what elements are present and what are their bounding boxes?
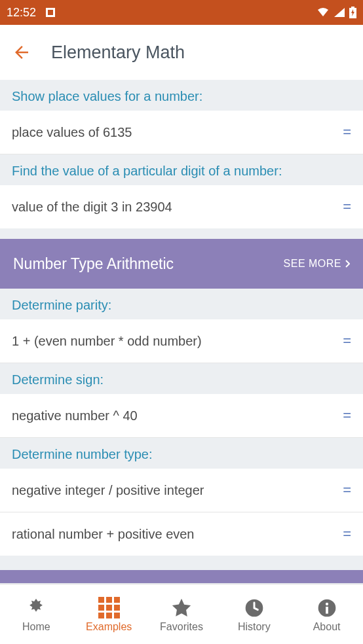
see-more-label: SEE MORE (284, 258, 341, 270)
svg-rect-7 (326, 607, 328, 614)
equals-icon: = (343, 198, 351, 215)
nav-label: History (238, 621, 271, 633)
nav-about[interactable]: About (290, 584, 363, 644)
equals-icon: = (343, 407, 351, 424)
info-icon (316, 596, 337, 620)
row-sign[interactable]: negative number ^ 40 = (0, 394, 363, 438)
status-time: 12:52 (7, 6, 36, 20)
wifi-icon (316, 7, 330, 18)
star-icon (170, 596, 193, 620)
content-area[interactable]: Show place values for a number: place va… (0, 80, 363, 584)
section-header-arithmetic[interactable]: Number Type Arithmetic SEE MORE (0, 239, 363, 289)
subheader-parity: Determine parity: (0, 289, 363, 319)
battery-icon (349, 7, 356, 18)
nav-history[interactable]: History (218, 584, 290, 644)
svg-rect-1 (48, 10, 53, 15)
examples-icon (98, 596, 120, 620)
nav-label: Home (22, 621, 50, 633)
row-parity[interactable]: 1 + (even number * odd number) = (0, 319, 363, 363)
nav-examples[interactable]: Examples (73, 584, 145, 644)
nav-label: About (313, 621, 341, 633)
equals-icon: = (343, 526, 351, 543)
row-number-type-2[interactable]: rational number + positive even = (0, 512, 363, 556)
app-bar: Elementary Math (0, 25, 363, 80)
row-text: value of the digit 3 in 23904 (12, 200, 336, 215)
section-header-next[interactable] (0, 570, 363, 583)
row-digit-value[interactable]: value of the digit 3 in 23904 = (0, 185, 363, 228)
nav-home[interactable]: Home (0, 584, 73, 644)
back-icon[interactable] (12, 43, 31, 62)
equals-icon: = (343, 482, 351, 499)
nav-favorites[interactable]: Favorites (145, 584, 218, 644)
see-more-link[interactable]: SEE MORE (284, 258, 350, 270)
home-icon (25, 596, 47, 620)
row-text: 1 + (even number * odd number) (12, 334, 336, 349)
row-text: negative integer / positive integer (12, 483, 336, 498)
history-icon (244, 596, 265, 620)
subheader-sign: Determine sign: (0, 363, 363, 394)
row-text: place values of 6135 (12, 125, 336, 140)
bottom-nav: Home Examples Favorites History About (0, 584, 363, 644)
svg-point-6 (325, 602, 328, 605)
page-title: Elementary Math (51, 43, 185, 63)
row-place-values[interactable]: place values of 6135 = (0, 111, 363, 154)
android-status-bar: 12:52 (0, 0, 363, 25)
equals-icon: = (343, 124, 351, 141)
nav-label: Favorites (160, 621, 203, 633)
row-number-type-1[interactable]: negative integer / positive integer = (0, 469, 363, 512)
section-title: Number Type Arithmetic (13, 255, 284, 273)
nav-label: Examples (86, 621, 132, 633)
row-text: negative number ^ 40 (12, 408, 336, 423)
subheader-number-type: Determine number type: (0, 438, 363, 469)
subheader-place-values: Show place values for a number: (0, 80, 363, 111)
notification-icon (45, 7, 56, 18)
subheader-digit-value: Find the value of a particular digit of … (0, 154, 363, 185)
row-text: rational number + positive even (12, 527, 336, 542)
svg-rect-3 (351, 7, 354, 8)
signal-icon (334, 7, 345, 18)
chevron-right-icon (345, 260, 350, 268)
equals-icon: = (343, 332, 351, 349)
